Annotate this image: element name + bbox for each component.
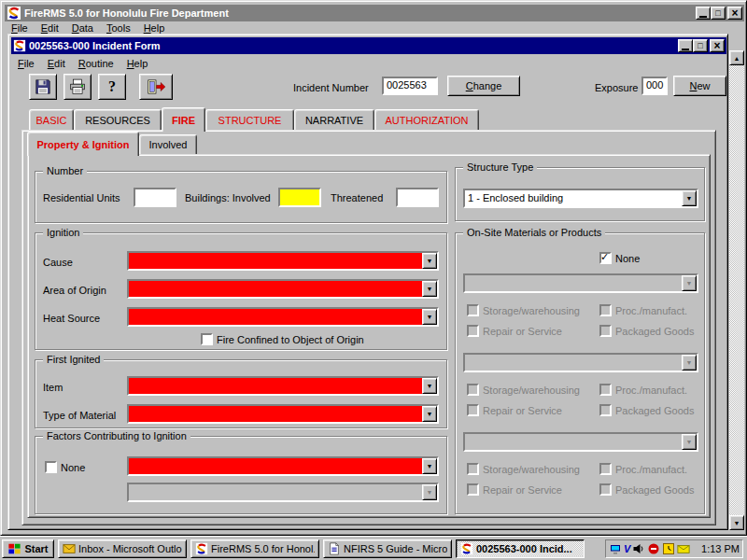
buildings-involved-field[interactable] <box>278 188 321 207</box>
proc-label-1: Proc./manufact. <box>615 304 687 317</box>
form-menu-help[interactable]: Help <box>120 57 155 70</box>
repair-checkbox-3 <box>467 483 479 496</box>
app-menu-edit[interactable]: Edit <box>35 21 65 35</box>
scrollbar-track[interactable] <box>729 65 744 515</box>
storage-label-3: Storage/warehousing <box>483 463 580 476</box>
area-of-origin-combo[interactable]: ▼ <box>127 279 439 299</box>
proc-checkbox-1 <box>599 304 612 316</box>
change-button[interactable]: Change <box>447 76 520 96</box>
scroll-up-button[interactable]: ▲ <box>729 50 744 65</box>
tab-narrative[interactable]: NARRATIVE <box>294 109 374 130</box>
storage-checkbox-2 <box>467 384 479 396</box>
firerms-icon <box>460 542 473 555</box>
form-menubar: File Edit Routine Help <box>11 55 726 72</box>
subtab-involved[interactable]: Involved <box>139 134 197 154</box>
item-combo[interactable]: ▼ <box>127 376 439 396</box>
form-menu-file[interactable]: File <box>11 57 41 70</box>
packaged-checkbox-1 <box>599 325 612 337</box>
factor-combo[interactable]: ▼ <box>127 456 439 476</box>
help-button[interactable]: ? <box>98 74 126 100</box>
secondary-factor-combo: ▼ <box>127 483 439 502</box>
mail-icon[interactable] <box>677 542 690 555</box>
packaged-checkbox-3 <box>599 483 612 496</box>
repair-label-2: Repair or Service <box>483 404 562 417</box>
tab-authorization[interactable]: AUTHORIZATION <box>374 109 479 130</box>
chevron-down-icon[interactable]: ▼ <box>422 281 437 297</box>
task-button-firerms[interactable]: FireRMS 5.0 for Honol... <box>190 539 319 558</box>
form-menu-edit[interactable]: Edit <box>41 57 72 70</box>
onsite-none-label: None <box>615 252 640 265</box>
form-menu-routine[interactable]: Routine <box>72 57 120 70</box>
structure-type-group: Structure Type 1 - Enclosed building ▼ <box>455 167 705 221</box>
repair-checkbox-2 <box>467 404 479 416</box>
onsite-material-combo-1: ▼ <box>463 273 698 293</box>
ignition-group: Ignition Cause ▼ Area of Origin ▼ Heat S… <box>35 232 447 350</box>
task-button-nfirs-guide[interactable]: NFIRS 5 Guide - Micro... <box>323 539 452 558</box>
fire-confined-checkbox[interactable] <box>201 333 213 345</box>
app-menu-tools[interactable]: Tools <box>100 21 137 35</box>
factors-none-label: None <box>61 461 85 474</box>
app-minimize-button[interactable] <box>696 7 711 20</box>
alert-icon[interactable] <box>647 542 660 555</box>
print-button[interactable] <box>63 74 92 100</box>
firerms-logo-icon <box>13 39 26 52</box>
residential-units-field[interactable] <box>134 188 176 207</box>
chevron-down-icon[interactable]: ▼ <box>422 378 437 394</box>
document-icon <box>328 542 341 555</box>
chevron-down-icon: ▼ <box>422 484 437 500</box>
app-menu-data[interactable]: Data <box>65 21 100 35</box>
exposure-field[interactable]: 000 <box>641 77 668 95</box>
form-minimize-button[interactable] <box>678 39 693 52</box>
scroll-down-button[interactable]: ▼ <box>729 515 744 530</box>
form-close-button[interactable]: × <box>710 39 725 52</box>
type-of-material-combo[interactable]: ▼ <box>127 404 439 424</box>
tab-basic[interactable]: BASIC <box>29 109 74 130</box>
proc-label-2: Proc./manufact. <box>615 384 687 397</box>
onsite-material-combo-2: ▼ <box>463 353 698 372</box>
factors-none-checkbox[interactable] <box>45 461 57 473</box>
antivirus-vshield-icon[interactable]: V <box>624 542 630 555</box>
cause-combo[interactable]: ▼ <box>127 251 439 271</box>
subtab-property-ignition[interactable]: Property & Ignition <box>27 132 139 156</box>
chevron-down-icon[interactable]: ▼ <box>422 458 437 474</box>
chevron-down-icon[interactable]: ▼ <box>682 190 697 206</box>
tab-fire[interactable]: FIRE <box>162 107 205 132</box>
start-button[interactable]: Start <box>2 539 54 558</box>
chevron-down-icon[interactable]: ▼ <box>422 406 437 422</box>
form-maximize-button[interactable]: □ <box>693 39 708 52</box>
task-button-outlook[interactable]: Inbox - Microsoft Outlook <box>58 539 187 558</box>
volume-icon[interactable] <box>632 542 645 555</box>
chevron-down-icon: ▼ <box>682 434 697 450</box>
tab-resources[interactable]: RESOURCES <box>74 109 162 130</box>
number-group-legend: Number <box>43 164 87 177</box>
proc-checkbox-2 <box>599 384 612 396</box>
print-icon <box>69 78 86 95</box>
display-icon[interactable] <box>609 542 622 555</box>
app-titlebar[interactable]: FireRMS 5.0 for Honolulu Fire Department… <box>5 5 744 21</box>
scheduler-icon[interactable] <box>662 542 675 555</box>
exit-button[interactable] <box>139 74 173 100</box>
app-close-button[interactable]: × <box>727 7 742 20</box>
app-maximize-button[interactable]: □ <box>711 7 726 20</box>
task-button-incident-active[interactable]: 0025563-000 Incid... <box>456 539 585 558</box>
heat-source-combo[interactable]: ▼ <box>127 307 439 327</box>
incident-number-field[interactable]: 0025563 <box>382 77 438 95</box>
structure-type-combo[interactable]: 1 - Enclosed building ▼ <box>463 189 698 208</box>
exposure-label: Exposure <box>595 81 638 94</box>
incident-form-titlebar[interactable]: 0025563-000 Incident Form □ × <box>11 37 726 54</box>
chevron-down-icon[interactable]: ▼ <box>422 253 437 269</box>
windows-logo-icon <box>7 542 21 555</box>
chevron-down-icon[interactable]: ▼ <box>422 309 437 325</box>
save-button[interactable] <box>29 74 57 100</box>
vertical-scrollbar[interactable]: ▲ ▼ <box>729 50 744 530</box>
app-menu-help[interactable]: Help <box>137 21 172 35</box>
tab-structure[interactable]: STRUCTURE <box>205 109 294 130</box>
threatened-field[interactable] <box>396 188 439 207</box>
structure-type-legend: Structure Type <box>463 161 537 174</box>
new-button[interactable]: New <box>673 76 726 96</box>
onsite-materials-group: On-Site Materials or Products None ▼ Sto… <box>455 232 705 514</box>
onsite-none-checkbox[interactable] <box>599 252 612 264</box>
heat-source-label: Heat Source <box>43 312 100 325</box>
cause-label: Cause <box>43 256 73 269</box>
app-menu-file[interactable]: File <box>5 21 35 35</box>
